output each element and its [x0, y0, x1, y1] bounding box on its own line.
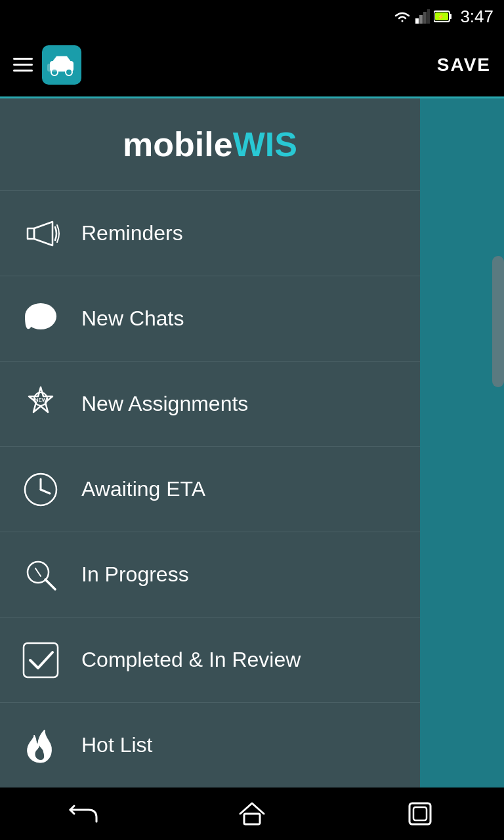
status-icons: ⚡ — [393, 9, 452, 24]
status-time: 3:47 — [460, 7, 494, 27]
hot-list-label: Hot List — [81, 733, 152, 757]
menu-item-new-chats[interactable]: New Chats — [0, 276, 420, 362]
svg-rect-21 — [24, 643, 58, 677]
svg-rect-22 — [244, 814, 260, 824]
app-title-mobile: mobile — [123, 125, 233, 163]
home-button[interactable] — [226, 794, 278, 833]
new-badge-icon: NEW — [20, 383, 62, 425]
back-icon — [68, 802, 100, 826]
status-bar: ⚡ 3:47 — [0, 0, 504, 33]
svg-rect-11 — [47, 64, 66, 72]
new-assignments-label: New Assignments — [81, 392, 248, 416]
app-title-wis: WIS — [233, 125, 297, 163]
svg-rect-0 — [415, 18, 419, 24]
checkmark-icon — [20, 639, 62, 681]
menu-item-hot-list[interactable]: Hot List — [0, 703, 420, 788]
wifi-icon — [393, 9, 411, 24]
in-progress-label: In Progress — [81, 562, 189, 587]
reminders-label: Reminders — [81, 221, 183, 245]
svg-rect-5 — [450, 14, 452, 19]
recents-button[interactable] — [394, 794, 446, 833]
battery-icon: ⚡ — [434, 10, 452, 23]
menu-item-new-assignments[interactable]: NEW New Assignments — [0, 362, 420, 447]
app-logo — [42, 45, 81, 85]
app-bar-left — [13, 45, 81, 85]
svg-rect-3 — [427, 9, 430, 24]
completed-review-label: Completed & In Review — [81, 648, 301, 672]
car-logo-icon — [47, 51, 76, 79]
new-chats-label: New Chats — [81, 306, 184, 331]
magnify-svg — [21, 555, 60, 595]
megaphone-icon — [20, 213, 62, 255]
home-icon — [238, 799, 266, 828]
svg-line-20 — [35, 568, 41, 576]
menu-item-completed-review[interactable]: Completed & In Review — [0, 618, 420, 703]
clock-svg — [21, 470, 60, 509]
check-svg — [21, 640, 60, 680]
chat-icon — [20, 298, 62, 340]
back-button[interactable] — [58, 794, 110, 833]
clock-icon — [20, 469, 62, 511]
fire-icon — [20, 724, 62, 766]
menu-item-reminders[interactable]: Reminders — [0, 191, 420, 276]
fire-svg — [21, 726, 60, 765]
scrollbar-thumb[interactable] — [492, 256, 504, 387]
megaphone-svg — [21, 214, 60, 253]
svg-text:⚡: ⚡ — [437, 13, 445, 21]
recents-icon — [406, 799, 434, 828]
menu-item-in-progress[interactable]: In Progress — [0, 532, 420, 618]
svg-line-17 — [41, 490, 50, 494]
app-title: mobileWIS — [123, 125, 297, 164]
app-bar: SAVE — [0, 33, 504, 98]
svg-point-10 — [66, 69, 72, 75]
awaiting-eta-label: Awaiting ETA — [81, 477, 205, 501]
hamburger-menu-button[interactable] — [13, 58, 33, 72]
svg-line-19 — [45, 579, 55, 589]
save-button[interactable]: SAVE — [437, 54, 491, 75]
svg-rect-2 — [423, 12, 427, 24]
menu-panel: mobileWIS Reminders — [0, 98, 420, 788]
app-title-section: mobileWIS — [0, 98, 420, 191]
svg-rect-24 — [413, 807, 427, 820]
right-panel — [420, 98, 504, 788]
menu-item-awaiting-eta[interactable]: Awaiting ETA — [0, 447, 420, 532]
main-content: mobileWIS Reminders — [0, 98, 504, 788]
chat-svg — [21, 299, 60, 339]
svg-rect-1 — [419, 15, 423, 24]
bottom-nav — [0, 788, 504, 840]
badge-svg: NEW — [21, 385, 60, 424]
magnify-icon — [20, 554, 62, 596]
svg-text:NEW: NEW — [35, 397, 47, 403]
signal-icon — [415, 9, 430, 24]
